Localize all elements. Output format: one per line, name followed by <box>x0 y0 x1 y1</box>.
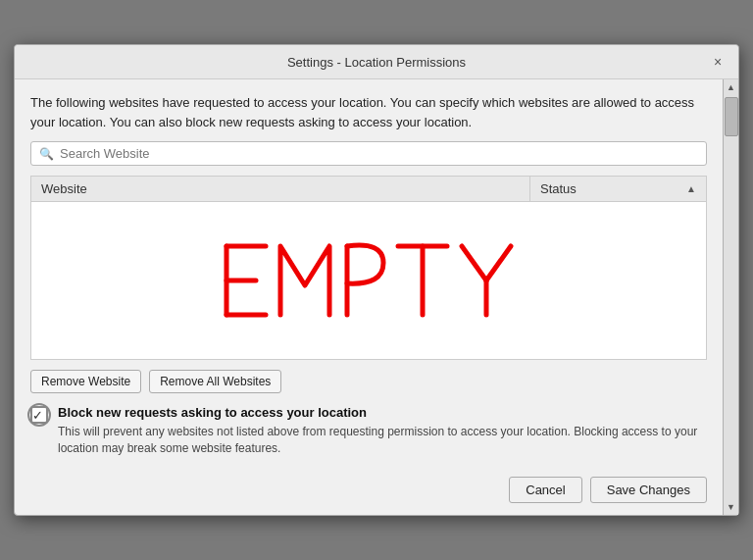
save-button[interactable]: Save Changes <box>590 477 707 503</box>
remove-buttons: Remove Website Remove All Websites <box>30 370 707 393</box>
website-table: Website Status ▲ <box>30 176 707 360</box>
dialog-title: Settings - Location Permissions <box>44 55 709 70</box>
table-header-status: Status ▲ <box>529 177 706 201</box>
description-text: The following websites have requested to… <box>30 93 707 131</box>
block-checkbox-text: Block new requests asking to access your… <box>58 405 707 457</box>
table-body <box>31 202 706 359</box>
search-box: 🔍 <box>30 141 707 166</box>
settings-dialog: Settings - Location Permissions × The fo… <box>14 44 739 516</box>
scrollbar-thumb[interactable] <box>725 97 738 136</box>
search-icon: 🔍 <box>39 147 54 161</box>
dialog-outer: The following websites have requested to… <box>15 79 738 515</box>
block-checkbox-label: Block new requests asking to access your… <box>58 405 707 420</box>
dialog-footer: Cancel Save Changes <box>30 467 707 515</box>
empty-illustration <box>192 217 545 344</box>
search-input[interactable] <box>60 146 698 161</box>
scrollbar-down-button[interactable]: ▼ <box>724 499 739 515</box>
main-scrollbar: ▲ ▼ <box>723 79 738 515</box>
remove-website-button[interactable]: Remove Website <box>30 370 141 393</box>
sort-arrow-icon: ▲ <box>686 183 696 194</box>
cancel-button[interactable]: Cancel <box>509 477 581 503</box>
table-header: Website Status ▲ <box>31 177 706 202</box>
block-checkbox[interactable] <box>30 406 48 424</box>
close-button[interactable]: × <box>709 53 727 71</box>
table-header-website: Website <box>31 177 529 201</box>
remove-all-websites-button[interactable]: Remove All Websites <box>149 370 281 393</box>
block-checkbox-row: ✓ Block new requests asking to access yo… <box>30 405 707 457</box>
dialog-titlebar: Settings - Location Permissions × <box>15 45 738 79</box>
block-checkbox-description: This will prevent any websites not liste… <box>58 424 707 457</box>
scrollbar-up-button[interactable]: ▲ <box>724 79 739 95</box>
block-checkbox-wrapper[interactable]: ✓ <box>30 406 50 426</box>
